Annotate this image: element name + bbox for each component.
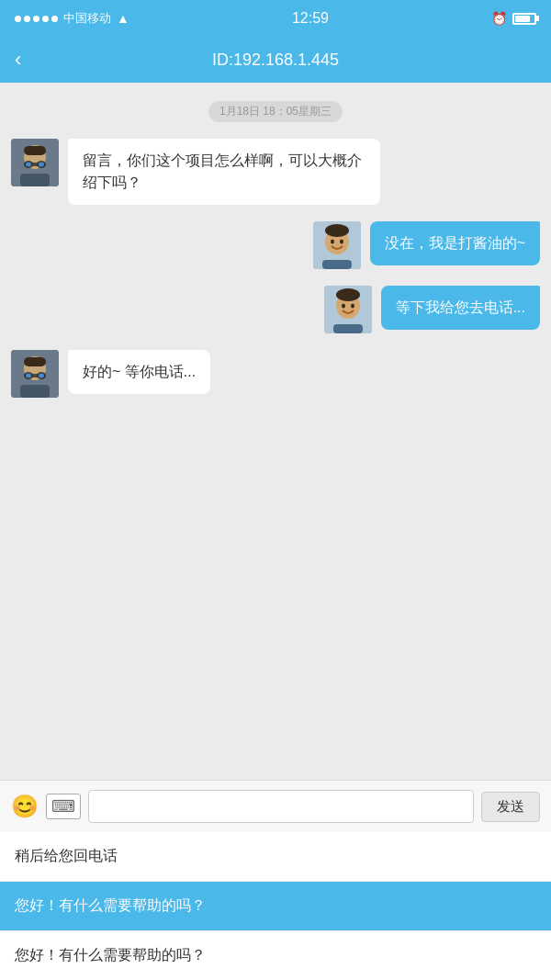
- status-time: 12:59: [292, 10, 329, 27]
- quick-replies-panel: 稍后给您回电话 您好！有什么需要帮助的吗？ 您好！有什么需要帮助的吗？: [0, 832, 551, 980]
- avatar-left-2: [11, 350, 59, 398]
- emoji-button[interactable]: 😊: [11, 794, 39, 819]
- bubble-2: 没在，我是打酱油的~: [370, 221, 540, 265]
- avatar-left-image: [11, 139, 59, 186]
- message-text-2: 没在，我是打酱油的~: [385, 235, 525, 251]
- svg-rect-2: [24, 146, 46, 155]
- status-left: 中国移动 ▲: [15, 10, 129, 27]
- battery-icon: [512, 13, 536, 25]
- quick-reply-1[interactable]: 稍后给您回电话: [0, 832, 551, 882]
- chat-area: 1月18日 18：05星期三 留言，你们这个项目怎么样啊，可以大: [0, 83, 551, 780]
- quick-reply-2[interactable]: 您好！有什么需要帮助的吗？: [0, 882, 551, 931]
- message-row-4: 好的~ 等你电话...: [11, 350, 540, 398]
- svg-point-28: [26, 374, 31, 378]
- svg-point-19: [351, 304, 354, 309]
- svg-point-17: [336, 288, 360, 301]
- avatar-left-1: [11, 139, 59, 186]
- message-text-1: 留言，你们这个项目怎么样啊，可以大概介绍下吗？: [83, 152, 362, 190]
- quick-reply-text-3: 您好！有什么需要帮助的吗？: [15, 947, 206, 963]
- svg-rect-6: [31, 163, 39, 166]
- carrier-label: 中国移动: [63, 10, 111, 27]
- avatar-right-image-1: [313, 221, 361, 269]
- bubble-4: 好的~ 等你电话...: [68, 350, 210, 394]
- message-row-1: 留言，你们这个项目怎么样啊，可以大概介绍下吗？: [11, 139, 540, 205]
- svg-rect-3: [20, 174, 50, 186]
- signal-dots: [15, 16, 58, 22]
- message-row-2: 没在，我是打酱油的~: [11, 221, 540, 269]
- alarm-icon: ⏰: [491, 11, 507, 26]
- svg-rect-20: [333, 324, 363, 333]
- keyboard-icon: ⌨: [51, 797, 75, 816]
- battery-fill: [515, 16, 530, 22]
- signal-dot-5: [51, 16, 58, 22]
- input-area: 😊 ⌨ 发送: [0, 780, 551, 832]
- svg-point-18: [342, 304, 345, 309]
- avatar-right-image-2: [324, 286, 372, 333]
- svg-point-13: [340, 240, 343, 244]
- quick-reply-text-2: 您好！有什么需要帮助的吗？: [15, 897, 206, 913]
- back-button[interactable]: ‹: [15, 50, 21, 70]
- svg-rect-23: [24, 357, 46, 366]
- chat-input[interactable]: [88, 790, 474, 823]
- keyboard-button[interactable]: ⌨: [46, 794, 81, 819]
- chat-timestamp: 1月18日 18：05星期三: [208, 101, 343, 122]
- wifi-icon: ▲: [117, 11, 129, 26]
- signal-dot-2: [24, 16, 30, 22]
- message-row-3: 等下我给您去电话...: [11, 286, 540, 333]
- avatar-left-image-2: [11, 350, 59, 398]
- quick-reply-text-1: 稍后给您回电话: [15, 848, 118, 863]
- header-title: ID:192.168.1.445: [212, 51, 339, 70]
- signal-dot-4: [42, 16, 49, 22]
- svg-rect-27: [31, 374, 39, 377]
- svg-point-29: [39, 374, 44, 378]
- signal-dot-3: [33, 16, 39, 22]
- svg-point-8: [39, 163, 44, 167]
- avatar-right-2: [324, 286, 372, 333]
- bubble-3: 等下我给您去电话...: [381, 286, 540, 330]
- avatar-right-1: [313, 221, 361, 269]
- svg-rect-14: [322, 260, 352, 269]
- message-text-4: 好的~ 等你电话...: [83, 364, 196, 379]
- status-bar: 中国移动 ▲ 12:59 ⏰: [0, 0, 551, 37]
- quick-reply-3[interactable]: 您好！有什么需要帮助的吗？: [0, 931, 551, 980]
- svg-point-11: [325, 224, 349, 237]
- header: ‹ ID:192.168.1.445: [0, 37, 551, 83]
- svg-point-12: [331, 240, 334, 244]
- bubble-1: 留言，你们这个项目怎么样啊，可以大概介绍下吗？: [68, 139, 380, 205]
- message-text-3: 等下我给您去电话...: [396, 299, 525, 315]
- status-right: ⏰: [491, 11, 536, 26]
- send-button[interactable]: 发送: [481, 792, 540, 822]
- svg-point-7: [26, 163, 31, 167]
- svg-rect-24: [20, 385, 50, 398]
- signal-dot-1: [15, 16, 21, 22]
